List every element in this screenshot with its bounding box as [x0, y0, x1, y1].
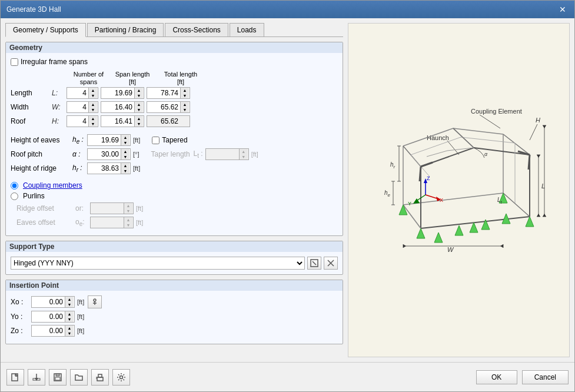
svg-text:α: α — [484, 151, 488, 157]
length-total-up[interactable]: ▲ — [181, 88, 189, 93]
roof-span-up[interactable]: ▲ — [135, 116, 143, 121]
height-eaves-input[interactable]: ▲ ▼ — [87, 134, 131, 146]
height-ridge-input[interactable]: ▲ ▼ — [87, 162, 131, 174]
yo-up[interactable]: ▲ — [65, 311, 74, 317]
coupling-label[interactable]: Coupling members — [23, 181, 82, 190]
height-ridge-row: Height of ridge hr : ▲ ▼ [ft] — [11, 162, 338, 174]
svg-text:W: W — [447, 246, 454, 253]
roof-label: Roof — [11, 117, 52, 125]
support-type-edit-btn[interactable] — [307, 257, 321, 270]
length-spans-up[interactable]: ▲ — [89, 88, 97, 93]
toolbar — [6, 369, 130, 386]
content-area: Geometry / Supports Partioning / Bracing… — [1, 18, 574, 362]
length-total-down[interactable]: ▼ — [181, 93, 189, 98]
open-btn[interactable] — [70, 369, 88, 386]
roof-spans-value[interactable] — [67, 116, 88, 127]
width-span-up[interactable]: ▲ — [135, 102, 143, 107]
xo-input[interactable]: ▲ ▼ — [31, 296, 75, 308]
insertion-point-panel: Insertion Point Xo : ▲ ▼ [ft] — [5, 280, 343, 344]
tab-partioning[interactable]: Partioning / Bracing — [87, 23, 164, 36]
xo-row: Xo : ▲ ▼ [ft] — [11, 295, 338, 308]
edit-btn[interactable] — [28, 369, 45, 386]
tab-cross-sections[interactable]: Cross-Sections — [165, 23, 228, 36]
length-span-down[interactable]: ▼ — [135, 93, 143, 98]
width-span-length-value[interactable] — [101, 102, 134, 112]
support-type-panel: Support Type Hinged (YYY NNY) Fixed (YYY… — [5, 241, 343, 275]
print-btn[interactable] — [91, 369, 109, 386]
width-spans-input[interactable]: ▲ ▼ — [67, 101, 98, 113]
xo-value[interactable] — [32, 297, 65, 307]
roof-pitch-up[interactable]: ▲ — [121, 149, 129, 154]
height-eaves-up[interactable]: ▲ — [121, 135, 129, 140]
new-btn[interactable] — [6, 369, 24, 386]
roof-pitch-down[interactable]: ▼ — [121, 154, 129, 160]
length-total-value[interactable] — [147, 88, 180, 98]
taper-length-sym: Lt : — [194, 150, 203, 159]
height-eaves-label: Height of eaves — [11, 136, 72, 144]
support-type-clear-btn[interactable] — [324, 257, 338, 270]
height-ridge-down[interactable]: ▼ — [121, 168, 129, 174]
length-spans-input[interactable]: ▲ ▼ — [67, 87, 98, 99]
yo-row: Yo : ▲ ▼ [ft] — [11, 311, 338, 323]
xo-up[interactable]: ▲ — [65, 297, 74, 302]
support-type-select[interactable]: Hinged (YYY NNY) Fixed (YYY YYY) Free (N… — [11, 257, 305, 270]
yo-down[interactable]: ▼ — [65, 317, 74, 322]
purlins-radio[interactable] — [11, 192, 18, 200]
length-total-input[interactable]: ▲ ▼ — [147, 87, 190, 99]
width-total-value[interactable] — [147, 102, 180, 112]
width-span-length-input[interactable]: ▲ ▼ — [101, 101, 144, 113]
height-ridge-value[interactable] — [88, 163, 121, 174]
yo-value[interactable] — [32, 311, 65, 322]
roof-total-input: ▲ ▼ — [147, 115, 190, 127]
zo-down[interactable]: ▼ — [65, 331, 74, 336]
roof-pitch-value[interactable] — [88, 149, 121, 160]
length-span-length-value[interactable] — [101, 88, 134, 98]
width-total-down[interactable]: ▼ — [181, 107, 189, 112]
roof-spans-input[interactable]: ▲ ▼ — [67, 115, 98, 127]
eaves-offset-label: Eaves offset — [16, 218, 75, 227]
ok-button[interactable]: OK — [476, 370, 517, 384]
pick-point-btn[interactable] — [88, 295, 102, 308]
tab-loads[interactable]: Loads — [230, 23, 264, 36]
xo-down[interactable]: ▼ — [65, 302, 74, 307]
roof-pitch-input[interactable]: ▲ ▼ — [87, 148, 131, 160]
length-spans-down[interactable]: ▼ — [89, 93, 97, 98]
tapered-checkbox[interactable] — [152, 137, 159, 144]
coupling-radio[interactable] — [11, 182, 18, 190]
irregular-checkbox[interactable] — [11, 58, 18, 66]
settings-btn[interactable] — [112, 369, 130, 386]
roof-spans-up[interactable]: ▲ — [89, 116, 97, 121]
length-spans-value[interactable] — [67, 88, 88, 98]
close-button[interactable]: ✕ — [557, 4, 569, 15]
width-total-up[interactable]: ▲ — [181, 102, 189, 107]
length-span-up[interactable]: ▲ — [135, 88, 143, 93]
tab-geometry[interactable]: Geometry / Supports — [5, 23, 86, 37]
width-spans-value[interactable] — [67, 102, 88, 112]
title-bar: Generate 3D Hall ✕ — [1, 1, 574, 18]
width-total-input[interactable]: ▲ ▼ — [147, 101, 190, 113]
width-label: Width — [11, 103, 52, 111]
height-ridge-up[interactable]: ▲ — [121, 163, 129, 168]
roof-span-down[interactable]: ▼ — [135, 121, 143, 127]
roof-span-length-value[interactable] — [101, 116, 134, 127]
yo-input[interactable]: ▲ ▼ — [31, 311, 75, 323]
roof-span-length-input[interactable]: ▲ ▼ — [101, 115, 144, 127]
purlins-radio-row: Purlins — [11, 192, 338, 200]
save-btn[interactable] — [49, 369, 67, 386]
height-eaves-down[interactable]: ▼ — [121, 140, 129, 145]
cancel-button[interactable]: Cancel — [522, 370, 569, 384]
roof-pitch-row: Roof pitch α : ▲ ▼ [°] Taper length Lt : — [11, 148, 338, 160]
roof-spans-down[interactable]: ▼ — [89, 121, 97, 127]
zo-value[interactable] — [32, 325, 65, 336]
width-spans-down[interactable]: ▼ — [89, 107, 97, 112]
height-eaves-value[interactable] — [88, 135, 121, 145]
width-spans-up[interactable]: ▲ — [89, 102, 97, 107]
left-panel: Geometry / Supports Partioning / Bracing… — [1, 18, 348, 362]
zo-unit: [ft] — [77, 327, 84, 334]
col-header-spans: Number ofspans — [69, 71, 108, 86]
width-row: Width W: ▲ ▼ ▲ ▼ — [11, 101, 338, 113]
zo-input[interactable]: ▲ ▼ — [31, 325, 75, 337]
length-span-length-input[interactable]: ▲ ▼ — [101, 87, 144, 99]
width-span-down[interactable]: ▼ — [135, 107, 143, 112]
zo-up[interactable]: ▲ — [65, 325, 74, 331]
